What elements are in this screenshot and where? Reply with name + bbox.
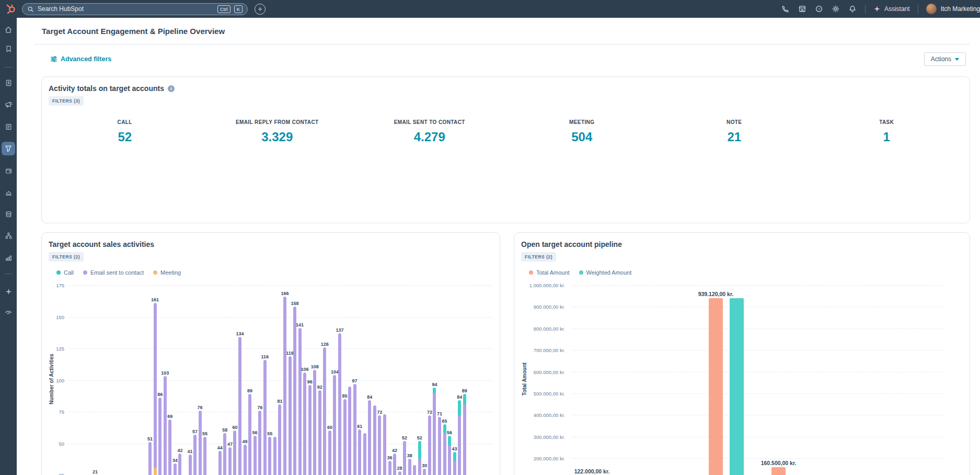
legend-item-email-sent[interactable]: Email sent to contact <box>83 269 144 276</box>
activity-bar[interactable] <box>373 405 376 475</box>
sidebar-item-sales[interactable] <box>2 142 15 155</box>
sidebar-item-contacts[interactable] <box>2 76 15 89</box>
assistant-button[interactable]: Assistant <box>873 5 910 13</box>
sidebar-item-marketing[interactable] <box>2 98 15 111</box>
weighted-amount-bar[interactable] <box>730 298 744 475</box>
activity-bar[interactable] <box>283 297 286 475</box>
activity-bar[interactable] <box>393 454 396 475</box>
activity-bar[interactable] <box>408 459 411 475</box>
activity-bar[interactable] <box>189 455 192 475</box>
activity-bar[interactable] <box>233 431 236 475</box>
actions-button[interactable]: Actions <box>924 52 966 66</box>
activity-bar[interactable] <box>223 433 226 475</box>
activity-bar[interactable] <box>458 400 461 475</box>
activity-bar[interactable] <box>383 414 386 475</box>
metric-value[interactable]: 1 <box>811 130 963 144</box>
activity-bar[interactable] <box>338 333 341 475</box>
activity-bar[interactable] <box>453 452 456 475</box>
legend-item-total-amount[interactable]: Total Amount <box>529 269 570 276</box>
metric-value[interactable]: 4.279 <box>353 130 506 144</box>
activity-bar[interactable] <box>343 399 347 475</box>
sidebar-item-reporting[interactable] <box>2 251 15 264</box>
activity-bar[interactable] <box>199 411 202 475</box>
sidebar-item-commerce[interactable] <box>2 164 15 177</box>
activity-bar[interactable] <box>318 390 321 475</box>
hubspot-logo-icon[interactable] <box>4 2 18 16</box>
account-avatar[interactable] <box>926 4 937 14</box>
sidebar-item-home[interactable] <box>2 23 15 37</box>
total-amount-bar[interactable] <box>709 298 723 475</box>
marketplace-icon[interactable] <box>798 5 807 14</box>
activity-bar[interactable] <box>353 384 356 475</box>
activity-bar[interactable] <box>378 415 381 475</box>
calling-icon[interactable] <box>781 5 790 14</box>
activity-bar[interactable] <box>154 303 157 475</box>
sidebar-item-data[interactable] <box>2 207 15 221</box>
activity-bar[interactable] <box>168 420 171 475</box>
legend-item-call[interactable]: Call <box>56 269 74 276</box>
activity-bar[interactable] <box>398 471 401 475</box>
activity-bar[interactable] <box>438 417 441 475</box>
activity-bar[interactable] <box>413 465 416 475</box>
quick-create-button[interactable]: + <box>255 4 266 15</box>
metric-value[interactable]: 21 <box>658 130 811 144</box>
activity-bar[interactable] <box>158 398 162 475</box>
metric-value[interactable]: 504 <box>506 130 659 144</box>
notifications-bell-icon[interactable] <box>848 5 857 14</box>
activity-bar[interactable] <box>248 394 251 475</box>
search-input[interactable]: Search HubSpot Ctrl K <box>22 3 248 15</box>
settings-gear-icon[interactable] <box>832 5 840 14</box>
account-name[interactable]: Itch Marketing <box>941 5 980 13</box>
help-icon[interactable]: ? <box>815 5 824 14</box>
activity-bar[interactable] <box>323 347 326 475</box>
legend-item-weighted-amount[interactable]: Weighted Amount <box>579 269 632 276</box>
info-icon[interactable]: i <box>168 85 175 92</box>
activity-bar[interactable] <box>193 435 197 475</box>
activity-bar[interactable] <box>273 437 276 475</box>
activity-bar[interactable] <box>289 356 292 475</box>
activity-bar[interactable] <box>218 451 222 475</box>
activity-bar[interactable] <box>268 437 271 475</box>
activity-bar[interactable] <box>313 370 316 475</box>
activity-bar[interactable] <box>164 376 167 475</box>
sidebar-item-service[interactable] <box>2 186 15 199</box>
activity-bar[interactable] <box>328 431 331 475</box>
sidebar-item-content[interactable] <box>2 120 15 133</box>
activity-bar[interactable] <box>228 447 232 475</box>
activity-bar[interactable] <box>358 429 361 475</box>
activity-bar[interactable] <box>253 436 257 475</box>
activity-bar[interactable] <box>203 437 206 475</box>
activity-bar[interactable] <box>363 433 366 475</box>
legend-item-meeting[interactable]: Meeting <box>153 269 181 276</box>
activity-bar[interactable] <box>368 400 371 475</box>
total-amount-bar[interactable] <box>771 467 786 475</box>
sidebar-item-ai[interactable] <box>2 285 15 298</box>
metric-value[interactable]: 3.329 <box>201 130 354 144</box>
activity-bar[interactable] <box>403 441 406 475</box>
sidebar-item-partner[interactable] <box>2 306 15 319</box>
activity-bar[interactable] <box>388 461 391 475</box>
advanced-filters-link[interactable]: Advanced filters <box>50 55 111 63</box>
activity-bar[interactable] <box>258 411 261 475</box>
activity-bar[interactable] <box>263 360 267 475</box>
activity-bar[interactable] <box>244 445 247 475</box>
activity-bar[interactable] <box>293 307 296 475</box>
activity-bar[interactable] <box>333 375 336 475</box>
sidebar-item-automations[interactable] <box>2 229 15 242</box>
sidebar-item-bookmarks[interactable] <box>2 42 15 55</box>
activity-bar[interactable] <box>443 424 446 475</box>
filters-badge[interactable]: FILTERS (3) <box>49 96 84 106</box>
activity-bar[interactable] <box>448 436 451 475</box>
activity-bar[interactable] <box>418 441 421 475</box>
activity-bar[interactable] <box>423 469 426 475</box>
activity-bar[interactable] <box>428 415 431 475</box>
activity-bar[interactable] <box>148 442 152 475</box>
activity-bar[interactable] <box>433 388 436 475</box>
activity-bar[interactable] <box>303 372 306 475</box>
activity-bar[interactable] <box>298 328 302 475</box>
metric-value[interactable]: 52 <box>49 130 201 144</box>
activity-bar[interactable] <box>174 463 177 475</box>
activity-bar[interactable] <box>238 337 241 475</box>
activity-bar[interactable] <box>308 385 312 475</box>
activity-bar[interactable] <box>278 404 281 475</box>
